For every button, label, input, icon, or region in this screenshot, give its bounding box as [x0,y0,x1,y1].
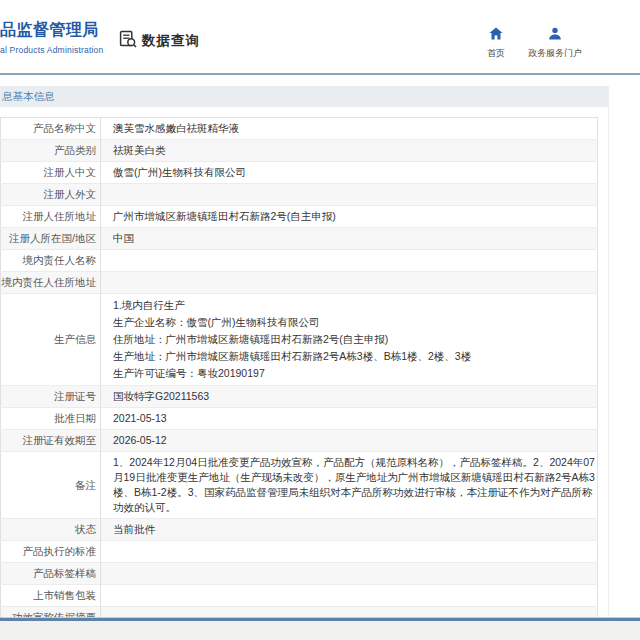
row-label-cell: 产品名称中文 [1,118,101,140]
row-label-cell: 状态 [1,519,101,541]
row-label: 产品标签样稿 [33,567,96,579]
row-value: 祛斑美白类 [113,144,166,156]
row-value-cell [101,250,598,272]
nav-portal[interactable]: 政务服务门户 [528,26,582,60]
nav-home[interactable]: 首页 [480,26,512,60]
row-label-cell: 上市销售包装 [1,585,101,607]
row-value: 国妆特字G20211563 [113,390,209,402]
site-logo-cn: 品监督管理局 [0,20,99,41]
nav-portal-label: 政务服务门户 [528,47,582,60]
row-value-cell: 中国 [101,228,598,250]
value-line: 生产许可证编号：粤妆20190197 [113,365,597,382]
row-value-cell [101,563,598,585]
table-row: 注册证有效期至2026-05-12 [1,430,598,452]
table-row: 产品执行的标准 [1,541,598,563]
table-row: 境内责任人名称 [1,250,598,272]
row-label-cell: 注册人所在国/地区 [1,228,101,250]
row-label: 境内责任人住所地址 [2,276,97,288]
row-label-cell: 批准日期 [1,408,101,430]
row-label-cell: 产品标签样稿 [1,563,101,585]
table-row: 注册人所在国/地区中国 [1,228,598,250]
row-label-cell: 注册人外文 [1,184,101,206]
info-table-body: 产品名称中文澳芙雪水感嫩白祛斑精华液产品类别祛斑美白类注册人中文傲雪(广州)生物… [1,118,598,640]
row-label-cell: 备注 [1,452,101,519]
row-value-cell: 祛斑美白类 [101,140,598,162]
table-row: 境内责任人住所地址 [1,272,598,294]
row-value-cell: 国妆特字G20211563 [101,386,598,408]
row-label: 生产信息 [54,333,96,345]
row-label: 注册人中文 [44,166,97,178]
table-row: 上市销售包装 [1,585,598,607]
row-value-cell: 傲雪(广州)生物科技有限公司 [101,162,598,184]
row-value-cell [101,272,598,294]
site-header: 品监督管理局 al Products Administration 数据查询 首… [0,0,640,73]
table-row: 产品名称中文澳芙雪水感嫩白祛斑精华液 [1,118,598,140]
row-value-cell: 广州市增城区新塘镇瑶田村石新路2号(自主申报) [101,206,598,228]
row-value-cell: 当前批件 [101,519,598,541]
nav-home-label: 首页 [487,47,505,60]
row-label: 注册人外文 [44,188,97,200]
row-label: 状态 [75,523,96,535]
value-line: 生产地址：广州市增城区新塘镇瑶田村石新路2号A栋3楼、B栋1楼、2楼、3楼 [113,348,597,365]
row-value-cell [101,541,598,563]
row-label-cell: 境内责任人住所地址 [1,272,101,294]
row-value: 傲雪(广州)生物科技有限公司 [113,166,246,178]
row-label-cell: 注册人住所地址 [1,206,101,228]
table-row: 注册证号国妆特字G20211563 [1,386,598,408]
row-value: 广州市增城区新塘镇瑶田村石新路2号(自主申报) [113,210,336,222]
value-line: 住所地址：广州市增城区新塘镇瑶田村石新路2号(自主申报) [113,331,597,348]
row-value-cell: 1.境内自行生产生产企业名称：傲雪(广州)生物科技有限公司住所地址：广州市增城区… [101,294,598,386]
table-row: 注册人外文 [1,184,598,206]
row-value-cell: 2021-05-13 [101,408,598,430]
row-label-cell: 产品执行的标准 [1,541,101,563]
table-row: 注册人中文傲雪(广州)生物科技有限公司 [1,162,598,184]
row-label: 上市销售包装 [33,589,96,601]
table-row: 备注1、2024年12月04日批准变更产品功效宣称，产品配方（规范原料名称），产… [1,452,598,519]
row-label-cell: 境内责任人名称 [1,250,101,272]
row-label: 产品类别 [54,144,96,156]
table-row: 产品类别祛斑美白类 [1,140,598,162]
row-label: 注册证号 [54,390,96,402]
row-label-cell: 注册人中文 [1,162,101,184]
user-icon [548,26,562,44]
row-label: 注册证有效期至 [23,434,97,446]
row-value: 2021-05-13 [113,412,167,424]
row-label: 批准日期 [54,412,96,424]
row-value: 澳芙雪水感嫩白祛斑精华液 [113,122,239,134]
row-label: 注册人住所地址 [23,210,97,222]
table-row: 生产信息1.境内自行生产生产企业名称：傲雪(广州)生物科技有限公司住所地址：广州… [1,294,598,386]
row-value-cell: 2026-05-12 [101,430,598,452]
row-label-cell: 生产信息 [1,294,101,386]
row-value-cell: 澳芙雪水感嫩白祛斑精华液 [101,118,598,140]
data-query-label: 数据查询 [142,32,200,50]
section-header: 息基本信息 [0,86,608,107]
row-value: 中国 [113,232,134,244]
row-label-cell: 注册证号 [1,386,101,408]
row-label-cell: 注册证有效期至 [1,430,101,452]
top-nav: 首页 政务服务门户 [480,26,582,60]
page-footer [0,617,640,640]
row-label: 备注 [75,479,96,491]
row-value: 2026-05-12 [113,434,167,446]
table-row: 产品标签样稿 [1,563,598,585]
row-value-cell [101,585,598,607]
row-label: 境内责任人名称 [23,254,97,266]
row-value: 当前批件 [113,523,155,535]
footer-area [0,621,640,640]
value-line: 生产企业名称：傲雪(广州)生物科技有限公司 [113,314,597,331]
value-line: 1.境内自行生产 [113,297,597,314]
row-label: 产品执行的标准 [23,545,97,557]
table-row: 注册人住所地址广州市增城区新塘镇瑶田村石新路2号(自主申报) [1,206,598,228]
doc-search-icon [119,30,137,52]
site-logo-en: al Products Administration [0,45,103,55]
table-row: 批准日期2021-05-13 [1,408,598,430]
row-label: 注册人所在国/地区 [9,232,96,244]
home-icon [489,26,503,44]
header-divider [0,73,640,75]
row-label: 产品名称中文 [33,122,96,134]
data-query-title[interactable]: 数据查询 [119,30,200,52]
table-row: 状态当前批件 [1,519,598,541]
row-value: 1、2024年12月04日批准变更产品功效宣称，产品配方（规范原料名称），产品标… [113,456,595,513]
row-value-cell: 1、2024年12月04日批准变更产品功效宣称，产品配方（规范原料名称），产品标… [101,452,598,519]
info-panel: 息基本信息 产品名称中文澳芙雪水感嫩白祛斑精华液产品类别祛斑美白类注册人中文傲雪… [0,86,609,640]
